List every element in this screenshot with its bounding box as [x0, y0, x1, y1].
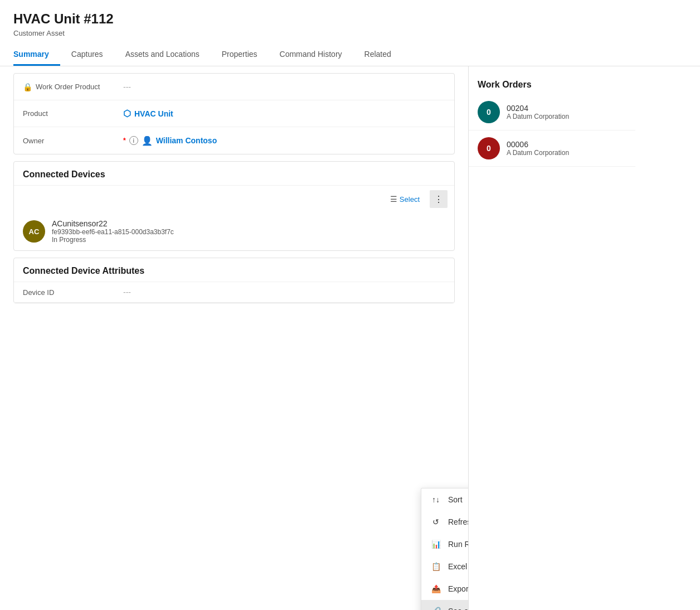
box-icon: ⬡: [123, 108, 131, 119]
list-icon: ☰: [390, 195, 397, 204]
menu-item-refresh[interactable]: ↺ Refresh: [421, 511, 468, 533]
work-order-product-row: 🔒 Work Order Product ---: [14, 74, 454, 100]
see-associated-icon: 🔗: [430, 606, 441, 610]
connected-devices-section: Connected Devices ☰ Select ⋮ AC ACunitse…: [13, 161, 455, 251]
page-title: HVAC Unit #112: [13, 11, 687, 27]
product-row: Product ⬡ HVAC Unit: [14, 100, 454, 127]
wo-number-1: 00204: [507, 104, 626, 113]
device-status: In Progress: [52, 236, 445, 244]
connected-devices-toolbar: ☰ Select ⋮: [14, 186, 454, 212]
connected-device-attributes-title: Connected Device Attributes: [14, 258, 454, 282]
work-orders-title: Work Orders: [469, 73, 635, 94]
wo-badge-1: 0: [478, 101, 500, 123]
export-connections-icon: 📤: [430, 583, 441, 594]
tab-summary[interactable]: Summary: [13, 44, 60, 66]
menu-run-report-label: Run Report: [448, 540, 468, 549]
sort-icon: ↑↓: [430, 494, 441, 505]
menu-item-see-associated[interactable]: 🔗 See associated records: [421, 600, 468, 610]
menu-refresh-label: Refresh: [448, 517, 468, 526]
device-info: ACunitsensor22 fe9393bb-eef6-ea11-a815-0…: [52, 219, 445, 244]
more-options-button[interactable]: ⋮: [430, 190, 448, 208]
person-icon: 👤: [142, 135, 153, 146]
menu-export-connections-label: Export Connections: [448, 584, 468, 593]
right-panel: Work Orders 0 00204 A Datum Corporation …: [468, 66, 635, 610]
wo-badge-2: 0: [478, 137, 500, 159]
wo-number-2: 00006: [507, 140, 626, 149]
info-icon[interactable]: i: [129, 136, 138, 145]
device-id-label: Device ID: [23, 288, 123, 297]
required-star: *: [123, 137, 126, 144]
work-order-item-2[interactable]: 0 00006 A Datum Corporation: [469, 130, 635, 167]
run-report-icon: 📊: [430, 539, 441, 550]
menu-item-excel-templates[interactable]: 📋 Excel Templates ›: [421, 555, 468, 578]
product-label: Product: [23, 109, 123, 118]
connected-devices-title: Connected Devices: [14, 162, 454, 186]
menu-item-sort[interactable]: ↑↓ Sort: [421, 488, 468, 511]
menu-item-run-report[interactable]: 📊 Run Report ›: [421, 533, 468, 555]
context-menu: ↑↓ Sort ↺ Refresh 📊 Run Report › 📋 E: [421, 488, 468, 610]
lock-icon: 🔒: [23, 83, 32, 91]
menu-excel-templates-label: Excel Templates: [448, 562, 468, 571]
wo-info-1: 00204 A Datum Corporation: [507, 104, 626, 120]
select-button[interactable]: ☰ Select: [385, 192, 425, 206]
device-id-row: Device ID ---: [14, 282, 454, 303]
form-section: 🔒 Work Order Product --- Product ⬡ HVAC …: [13, 73, 455, 154]
wo-company-2: A Datum Corporation: [507, 149, 626, 157]
tab-properties[interactable]: Properties: [211, 44, 269, 66]
owner-row: Owner * i 👤 William Contoso: [14, 127, 454, 154]
device-row: AC ACunitsensor22 fe9393bb-eef6-ea11-a81…: [14, 212, 454, 250]
product-value[interactable]: ⬡ HVAC Unit: [123, 108, 445, 119]
tab-captures[interactable]: Captures: [60, 44, 114, 66]
menu-sort-label: Sort: [448, 495, 468, 504]
owner-value[interactable]: * i 👤 William Contoso: [123, 135, 445, 146]
menu-see-associated-label: See associated records: [448, 607, 468, 610]
nav-tabs: Summary Captures Assets and Locations Pr…: [13, 44, 687, 66]
menu-item-export-connections[interactable]: 📤 Export Connections | ›: [421, 578, 468, 600]
work-order-product-label: 🔒 Work Order Product: [23, 83, 123, 91]
refresh-icon: ↺: [430, 516, 441, 527]
tab-assets-locations[interactable]: Assets and Locations: [114, 44, 211, 66]
tab-command-history[interactable]: Command History: [269, 44, 353, 66]
main-content: 🔒 Work Order Product --- Product ⬡ HVAC …: [0, 66, 468, 610]
connected-device-attributes-section: Connected Device Attributes Device ID --…: [13, 258, 455, 303]
device-name: ACunitsensor22: [52, 219, 445, 228]
ellipsis-icon: ⋮: [434, 194, 443, 205]
owner-label: Owner: [23, 137, 123, 145]
work-order-item-1[interactable]: 0 00204 A Datum Corporation: [469, 94, 635, 130]
tab-related[interactable]: Related: [353, 44, 402, 66]
excel-templates-icon: 📋: [430, 561, 441, 572]
page-subtitle: Customer Asset: [13, 29, 687, 37]
device-id: fe9393bb-eef6-ea11-a815-000d3a3b3f7c: [52, 228, 445, 236]
context-menu-overlay: ↑↓ Sort ↺ Refresh 📊 Run Report › 📋 E: [421, 488, 468, 610]
device-avatar: AC: [23, 220, 45, 243]
device-id-attr-value: ---: [123, 288, 445, 297]
wo-info-2: 00006 A Datum Corporation: [507, 140, 626, 157]
work-order-product-value: ---: [123, 83, 445, 91]
wo-company-1: A Datum Corporation: [507, 113, 626, 120]
